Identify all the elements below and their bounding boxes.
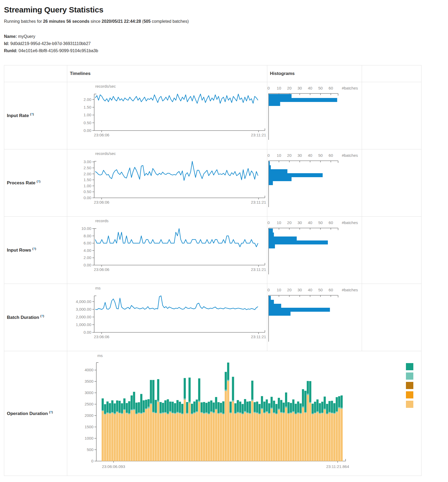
svg-text:0: 0 bbox=[91, 459, 93, 463]
svg-text:4.00: 4.00 bbox=[84, 248, 91, 252]
svg-text:3,000.00: 3,000.00 bbox=[76, 307, 91, 311]
svg-text:3500: 3500 bbox=[85, 379, 93, 383]
svg-text:40: 40 bbox=[308, 220, 312, 225]
svg-text:0.50: 0.50 bbox=[84, 120, 91, 125]
svg-text:23:11:21: 23:11:21 bbox=[251, 334, 266, 339]
svg-text:1500: 1500 bbox=[85, 425, 93, 429]
query-runid-line: RunId: 04e101e6-8bf8-4165-9099-9104c951b… bbox=[4, 47, 444, 54]
input-rate-histogram-chart: 0102030405060#batches bbox=[267, 82, 362, 148]
svg-text:60: 60 bbox=[329, 153, 333, 158]
query-name-value: myQuery bbox=[18, 34, 35, 39]
start-timestamp: 2020/05/21 22:44:28 bbox=[102, 19, 141, 24]
svg-text:1.50: 1.50 bbox=[84, 177, 91, 182]
svg-text:30: 30 bbox=[297, 220, 302, 225]
batch-duration-label-cell: Batch Duration (?) bbox=[4, 284, 67, 351]
svg-text:10: 10 bbox=[277, 86, 281, 90]
svg-text:0.00: 0.00 bbox=[84, 263, 91, 267]
batch-duration-row: Batch Duration (?) ms4,000.003,000.002,0… bbox=[4, 284, 422, 351]
svg-text:6.00: 6.00 bbox=[84, 241, 91, 245]
svg-text:0.00: 0.00 bbox=[84, 330, 91, 334]
svg-text:20: 20 bbox=[287, 288, 292, 292]
svg-text:2000: 2000 bbox=[85, 413, 93, 418]
batch-duration-timeline-chart: ms4,000.003,000.002,000.001,000.000.0023… bbox=[67, 284, 267, 350]
svg-text:10.00: 10.00 bbox=[81, 226, 91, 231]
batch-duration-help-icon[interactable]: (?) bbox=[40, 314, 44, 318]
svg-text:2.50: 2.50 bbox=[84, 165, 91, 170]
summary-open-paren: ( bbox=[141, 19, 144, 24]
completed-batch-count: 505 bbox=[143, 19, 151, 24]
batch-duration-histogram-cell: 0102030405060#batches bbox=[267, 284, 362, 351]
operation-duration-chart-cell: ms4000350030002500200015001000500023:06:… bbox=[67, 351, 422, 476]
input-rows-spacer-cell bbox=[362, 216, 422, 284]
svg-text:3000: 3000 bbox=[85, 390, 93, 395]
query-runid-label: RunId: bbox=[4, 48, 17, 53]
svg-text:500: 500 bbox=[87, 447, 93, 452]
input-rate-timeline-cell: records/sec2.001.501.000.500.0023:06:062… bbox=[67, 82, 267, 149]
svg-text:#batches: #batches bbox=[342, 220, 358, 225]
input-rate-timeline-chart: records/sec2.001.501.000.500.0023:06:062… bbox=[67, 82, 267, 148]
operation-duration-help-icon[interactable]: (?) bbox=[49, 410, 53, 414]
process-rate-histogram-chart: 0102030405060#batches bbox=[267, 149, 362, 215]
svg-text:10: 10 bbox=[277, 288, 281, 292]
svg-text:50: 50 bbox=[318, 86, 323, 90]
input-rows-histogram-chart: 0102030405060#batches bbox=[267, 217, 362, 283]
svg-text:2.00: 2.00 bbox=[84, 97, 91, 101]
svg-text:40: 40 bbox=[308, 288, 312, 292]
svg-text:#batches: #batches bbox=[342, 86, 358, 90]
svg-text:23:06:06: 23:06:06 bbox=[94, 200, 109, 204]
svg-text:23:11:21: 23:11:21 bbox=[251, 133, 266, 137]
query-id-value: 9d0dd219-995d-423e-b97d-36931110bb27 bbox=[10, 41, 91, 46]
svg-text:0.50: 0.50 bbox=[84, 189, 91, 194]
svg-text:records: records bbox=[95, 218, 108, 223]
svg-text:1.00: 1.00 bbox=[84, 113, 91, 117]
svg-text:23:11:21.864: 23:11:21.864 bbox=[326, 464, 349, 469]
svg-text:ms: ms bbox=[97, 353, 103, 358]
svg-text:0: 0 bbox=[268, 86, 270, 90]
running-batches-summary: Running batches for 26 minutes 56 second… bbox=[4, 19, 444, 24]
summary-prefix: Running batches for bbox=[4, 19, 43, 24]
spacer-column-header bbox=[362, 65, 422, 82]
query-id-label: Id: bbox=[4, 41, 9, 46]
svg-text:23:06:06: 23:06:06 bbox=[94, 267, 109, 272]
svg-text:30: 30 bbox=[297, 153, 302, 158]
input-rows-timeline-cell: records10.008.006.004.002.000.0023:06:06… bbox=[67, 216, 267, 284]
query-metadata: Name: myQuery Id: 9d0dd219-995d-423e-b97… bbox=[4, 33, 444, 55]
process-rate-histogram-cell: 0102030405060#batches bbox=[267, 149, 362, 216]
operation-duration-row: Operation Duration (?) ms400035003000250… bbox=[4, 351, 422, 476]
input-rows-timeline-chart: records10.008.006.004.002.000.0023:06:06… bbox=[67, 217, 267, 283]
svg-text:4000: 4000 bbox=[85, 368, 93, 372]
histograms-column-header: Histograms bbox=[267, 65, 362, 82]
query-runid-value: 04e101e6-8bf8-4165-9099-9104c951ba3b bbox=[19, 48, 98, 53]
process-rate-label-cell: Process Rate (?) bbox=[4, 149, 67, 216]
svg-text:0.00: 0.00 bbox=[84, 128, 91, 133]
svg-text:10: 10 bbox=[277, 153, 281, 158]
svg-text:60: 60 bbox=[329, 220, 333, 225]
metric-column-header bbox=[4, 65, 67, 82]
svg-text:23:11:21: 23:11:21 bbox=[251, 200, 266, 204]
input-rate-help-icon[interactable]: (?) bbox=[30, 113, 34, 116]
input-rows-help-icon[interactable]: (?) bbox=[32, 247, 36, 250]
svg-text:1.00: 1.00 bbox=[84, 183, 91, 188]
query-name-line: Name: myQuery bbox=[4, 33, 444, 40]
summary-suffix: completed batches) bbox=[151, 19, 189, 24]
input-rows-histogram-cell: 0102030405060#batches bbox=[267, 216, 362, 284]
svg-text:0: 0 bbox=[268, 220, 270, 225]
input-rows-label: Input Rows bbox=[7, 248, 31, 253]
svg-text:23:06:06: 23:06:06 bbox=[94, 334, 109, 339]
batch-duration-histogram-chart: 0102030405060#batches bbox=[267, 284, 362, 350]
batch-duration-spacer-cell bbox=[362, 284, 422, 351]
svg-text:4,000.00: 4,000.00 bbox=[76, 299, 91, 304]
svg-text:23:06:06: 23:06:06 bbox=[94, 133, 109, 137]
svg-text:50: 50 bbox=[318, 153, 323, 158]
process-rate-timeline-chart: records/sec3.002.502.001.501.000.500.002… bbox=[67, 149, 267, 215]
input-rate-spacer-cell bbox=[362, 82, 422, 149]
page-title: Streaming Query Statistics bbox=[4, 5, 444, 14]
svg-text:1.50: 1.50 bbox=[84, 105, 91, 109]
process-rate-help-icon[interactable]: (?) bbox=[37, 180, 40, 183]
running-duration: 26 minutes 56 seconds bbox=[43, 19, 89, 24]
table-header-row: Timelines Histograms bbox=[4, 65, 422, 82]
svg-text:records/sec: records/sec bbox=[95, 151, 116, 156]
statistics-table: Timelines Histograms Input Rate (?) reco… bbox=[4, 65, 422, 476]
svg-text:20: 20 bbox=[287, 220, 292, 225]
batch-duration-label: Batch Duration bbox=[7, 315, 39, 320]
